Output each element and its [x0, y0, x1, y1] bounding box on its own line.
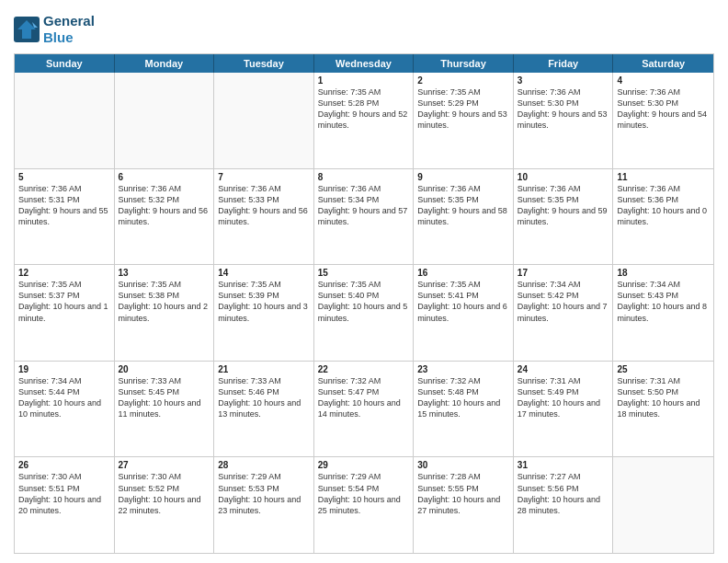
calendar-row-1: 1Sunrise: 7:35 AMSunset: 5:28 PMDaylight… [15, 73, 713, 168]
day-number: 22 [318, 364, 410, 374]
day-cell-10: 10Sunrise: 7:36 AMSunset: 5:35 PMDayligh… [514, 169, 614, 265]
day-cell-8: 8Sunrise: 7:36 AMSunset: 5:34 PMDaylight… [314, 169, 415, 265]
day-cell-14: 14Sunrise: 7:35 AMSunset: 5:39 PMDayligh… [214, 265, 314, 361]
day-number: 12 [18, 268, 110, 278]
day-number: 25 [617, 364, 710, 374]
cell-info: Sunrise: 7:36 AMSunset: 5:36 PMDaylight:… [617, 183, 710, 228]
cell-info: Sunrise: 7:35 AMSunset: 5:40 PMDaylight:… [318, 279, 410, 324]
day-cell-9: 9Sunrise: 7:36 AMSunset: 5:35 PMDaylight… [414, 169, 514, 265]
cell-info: Sunrise: 7:35 AMSunset: 5:29 PMDaylight:… [417, 86, 509, 132]
day-number: 2 [417, 75, 509, 86]
empty-cell [15, 73, 115, 168]
empty-cell [115, 73, 215, 168]
day-number: 24 [518, 364, 609, 374]
day-cell-5: 5Sunrise: 7:36 AMSunset: 5:31 PMDaylight… [15, 169, 115, 265]
day-cell-12: 12Sunrise: 7:35 AMSunset: 5:37 PMDayligh… [15, 265, 115, 361]
empty-cell [214, 73, 314, 168]
cell-info: Sunrise: 7:36 AMSunset: 5:35 PMDaylight:… [518, 183, 609, 228]
day-number: 20 [119, 364, 210, 374]
day-number: 26 [18, 460, 110, 470]
cell-info: Sunrise: 7:36 AMSunset: 5:33 PMDaylight:… [218, 183, 310, 228]
day-cell-18: 18Sunrise: 7:34 AMSunset: 5:43 PMDayligh… [613, 265, 713, 361]
cell-info: Sunrise: 7:34 AMSunset: 5:44 PMDaylight:… [18, 375, 110, 420]
day-number: 4 [617, 75, 710, 86]
day-cell-30: 30Sunrise: 7:28 AMSunset: 5:55 PMDayligh… [414, 457, 514, 553]
empty-cell [613, 457, 713, 553]
day-header-tuesday: Tuesday [214, 54, 314, 73]
cell-info: Sunrise: 7:33 AMSunset: 5:45 PMDaylight:… [119, 375, 210, 420]
cell-info: Sunrise: 7:30 AMSunset: 5:51 PMDaylight:… [18, 471, 110, 516]
day-number: 7 [218, 172, 310, 182]
day-header-thursday: Thursday [414, 54, 514, 73]
day-cell-13: 13Sunrise: 7:35 AMSunset: 5:38 PMDayligh… [115, 265, 215, 361]
calendar-row-2: 5Sunrise: 7:36 AMSunset: 5:31 PMDaylight… [15, 168, 713, 265]
day-header-wednesday: Wednesday [314, 54, 415, 73]
cell-info: Sunrise: 7:29 AMSunset: 5:54 PMDaylight:… [318, 471, 410, 516]
cell-info: Sunrise: 7:36 AMSunset: 5:34 PMDaylight:… [318, 183, 410, 228]
cell-info: Sunrise: 7:31 AMSunset: 5:49 PMDaylight:… [518, 375, 609, 420]
day-number: 30 [417, 460, 509, 470]
cell-info: Sunrise: 7:35 AMSunset: 5:39 PMDaylight:… [218, 279, 310, 324]
calendar: SundayMondayTuesdayWednesdayThursdayFrid… [14, 53, 714, 554]
day-cell-26: 26Sunrise: 7:30 AMSunset: 5:51 PMDayligh… [15, 457, 115, 553]
calendar-header: SundayMondayTuesdayWednesdayThursdayFrid… [15, 54, 713, 73]
day-cell-28: 28Sunrise: 7:29 AMSunset: 5:53 PMDayligh… [214, 457, 314, 553]
day-cell-19: 19Sunrise: 7:34 AMSunset: 5:44 PMDayligh… [15, 362, 115, 457]
cell-info: Sunrise: 7:35 AMSunset: 5:38 PMDaylight:… [119, 279, 210, 324]
day-cell-6: 6Sunrise: 7:36 AMSunset: 5:32 PMDaylight… [115, 169, 215, 265]
day-number: 5 [18, 172, 110, 182]
day-number: 18 [617, 268, 710, 278]
day-cell-4: 4Sunrise: 7:36 AMSunset: 5:30 PMDaylight… [613, 73, 713, 168]
day-number: 28 [218, 460, 310, 470]
cell-info: Sunrise: 7:30 AMSunset: 5:52 PMDaylight:… [119, 471, 210, 516]
day-number: 27 [119, 460, 210, 470]
day-number: 13 [119, 268, 210, 278]
day-number: 11 [617, 172, 710, 182]
day-cell-27: 27Sunrise: 7:30 AMSunset: 5:52 PMDayligh… [115, 457, 215, 553]
cell-info: Sunrise: 7:34 AMSunset: 5:42 PMDaylight:… [518, 279, 609, 324]
logo-icon [14, 17, 40, 42]
logo: General Blue [14, 13, 95, 46]
cell-info: Sunrise: 7:36 AMSunset: 5:32 PMDaylight:… [119, 183, 210, 228]
day-number: 19 [18, 364, 110, 374]
cell-info: Sunrise: 7:35 AMSunset: 5:28 PMDaylight:… [318, 86, 410, 132]
day-number: 8 [318, 172, 410, 182]
day-cell-29: 29Sunrise: 7:29 AMSunset: 5:54 PMDayligh… [314, 457, 415, 553]
day-number: 1 [318, 75, 410, 86]
day-cell-11: 11Sunrise: 7:36 AMSunset: 5:36 PMDayligh… [613, 169, 713, 265]
day-number: 10 [518, 172, 609, 182]
day-number: 29 [318, 460, 410, 470]
day-cell-17: 17Sunrise: 7:34 AMSunset: 5:42 PMDayligh… [514, 265, 614, 361]
day-cell-3: 3Sunrise: 7:36 AMSunset: 5:30 PMDaylight… [514, 73, 614, 168]
cell-info: Sunrise: 7:36 AMSunset: 5:30 PMDaylight:… [617, 86, 710, 132]
header: General Blue [14, 9, 714, 46]
day-cell-2: 2Sunrise: 7:35 AMSunset: 5:29 PMDaylight… [414, 73, 514, 168]
day-cell-25: 25Sunrise: 7:31 AMSunset: 5:50 PMDayligh… [613, 362, 713, 457]
day-header-sunday: Sunday [15, 54, 115, 73]
day-cell-20: 20Sunrise: 7:33 AMSunset: 5:45 PMDayligh… [115, 362, 215, 457]
cell-info: Sunrise: 7:28 AMSunset: 5:55 PMDaylight:… [417, 471, 509, 516]
day-number: 17 [518, 268, 609, 278]
cell-info: Sunrise: 7:36 AMSunset: 5:35 PMDaylight:… [417, 183, 509, 228]
day-cell-16: 16Sunrise: 7:35 AMSunset: 5:41 PMDayligh… [414, 265, 514, 361]
cell-info: Sunrise: 7:35 AMSunset: 5:37 PMDaylight:… [18, 279, 110, 324]
day-number: 16 [417, 268, 509, 278]
day-cell-31: 31Sunrise: 7:27 AMSunset: 5:56 PMDayligh… [514, 457, 614, 553]
cell-info: Sunrise: 7:32 AMSunset: 5:48 PMDaylight:… [417, 375, 509, 420]
day-number: 31 [518, 460, 609, 470]
day-number: 3 [518, 75, 609, 86]
cell-info: Sunrise: 7:29 AMSunset: 5:53 PMDaylight:… [218, 471, 310, 516]
calendar-row-3: 12Sunrise: 7:35 AMSunset: 5:37 PMDayligh… [15, 264, 713, 361]
day-number: 23 [417, 364, 509, 374]
cell-info: Sunrise: 7:33 AMSunset: 5:46 PMDaylight:… [218, 375, 310, 420]
logo-text: General Blue [43, 13, 95, 46]
day-header-friday: Friday [514, 54, 614, 73]
day-cell-1: 1Sunrise: 7:35 AMSunset: 5:28 PMDaylight… [314, 73, 415, 168]
cell-info: Sunrise: 7:27 AMSunset: 5:56 PMDaylight:… [518, 471, 609, 516]
day-header-saturday: Saturday [613, 54, 713, 73]
cell-info: Sunrise: 7:34 AMSunset: 5:43 PMDaylight:… [617, 279, 710, 324]
cell-info: Sunrise: 7:36 AMSunset: 5:30 PMDaylight:… [518, 86, 609, 132]
day-cell-7: 7Sunrise: 7:36 AMSunset: 5:33 PMDaylight… [214, 169, 314, 265]
day-cell-21: 21Sunrise: 7:33 AMSunset: 5:46 PMDayligh… [214, 362, 314, 457]
page: General Blue SundayMondayTuesdayWednesda… [0, 0, 728, 563]
